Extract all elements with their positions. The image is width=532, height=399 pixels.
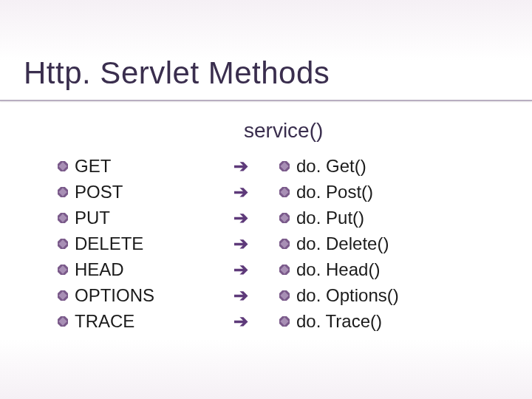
diamond-bullet-icon — [279, 213, 290, 223]
subtitle: service() — [0, 119, 532, 143]
arrow-item: ➔ — [233, 256, 248, 282]
http-method-item: DELETE — [58, 231, 202, 256]
handler-label: do. Trace() — [296, 311, 382, 332]
http-method-item: TRACE — [58, 308, 202, 334]
arrow-right-icon: ➔ — [233, 259, 248, 280]
handler-item: do. Head() — [279, 256, 471, 282]
handler-label: do. Options() — [296, 285, 399, 306]
diamond-bullet-icon — [279, 290, 290, 301]
arrow-item: ➔ — [233, 282, 248, 308]
http-method-item: PUT — [58, 205, 202, 231]
http-method-item: HEAD — [58, 256, 202, 282]
diamond-bullet-icon — [58, 161, 68, 171]
page-title: Http. Servlet Methods — [0, 0, 532, 97]
http-method-label: OPTIONS — [75, 285, 154, 306]
diamond-bullet-icon — [279, 239, 290, 249]
arrow-right-icon: ➔ — [233, 182, 248, 202]
content-grid: GETPOSTPUTDELETEHEADOPTIONSTRACE ➔➔➔➔➔➔➔… — [0, 153, 532, 334]
handlers-column: do. Get()do. Post()do. Put()do. Delete()… — [279, 153, 471, 334]
http-method-label: GET — [75, 156, 111, 177]
arrow-right-icon: ➔ — [233, 208, 248, 228]
arrow-item: ➔ — [233, 308, 248, 334]
arrow-right-icon: ➔ — [233, 285, 248, 306]
handler-label: do. Head() — [296, 259, 380, 280]
handler-label: do. Put() — [296, 208, 364, 228]
http-method-label: PUT — [75, 208, 110, 228]
diamond-bullet-icon — [279, 265, 290, 275]
arrow-item: ➔ — [233, 153, 248, 179]
http-method-item: OPTIONS — [58, 282, 202, 308]
handler-label: do. Delete() — [296, 233, 389, 254]
handler-label: do. Post() — [296, 182, 373, 202]
handler-item: do. Post() — [279, 179, 471, 205]
http-methods-column: GETPOSTPUTDELETEHEADOPTIONSTRACE — [58, 153, 202, 334]
diamond-bullet-icon — [279, 187, 290, 197]
handler-item: do. Options() — [279, 282, 471, 308]
diamond-bullet-icon — [58, 316, 68, 327]
handler-item: do. Delete() — [279, 231, 471, 256]
diamond-bullet-icon — [58, 290, 68, 301]
handler-item: do. Put() — [279, 205, 471, 231]
arrow-item: ➔ — [233, 205, 248, 231]
title-underline — [0, 100, 532, 101]
diamond-bullet-icon — [279, 316, 290, 327]
arrows-column: ➔➔➔➔➔➔➔ — [202, 153, 279, 334]
arrow-right-icon: ➔ — [233, 156, 248, 177]
http-method-item: GET — [58, 153, 202, 179]
arrow-item: ➔ — [233, 179, 248, 205]
diamond-bullet-icon — [58, 187, 68, 197]
diamond-bullet-icon — [58, 239, 68, 249]
diamond-bullet-icon — [58, 265, 68, 275]
handler-label: do. Get() — [296, 156, 366, 177]
http-method-label: HEAD — [75, 259, 124, 280]
http-method-label: DELETE — [75, 233, 143, 254]
handler-item: do. Get() — [279, 153, 471, 179]
diamond-bullet-icon — [279, 161, 290, 171]
arrow-item: ➔ — [233, 231, 248, 256]
http-method-item: POST — [58, 179, 202, 205]
handler-item: do. Trace() — [279, 308, 471, 334]
diamond-bullet-icon — [58, 213, 68, 223]
arrow-right-icon: ➔ — [233, 311, 248, 332]
arrow-right-icon: ➔ — [233, 233, 248, 254]
http-method-label: POST — [75, 182, 123, 202]
http-method-label: TRACE — [75, 311, 134, 332]
